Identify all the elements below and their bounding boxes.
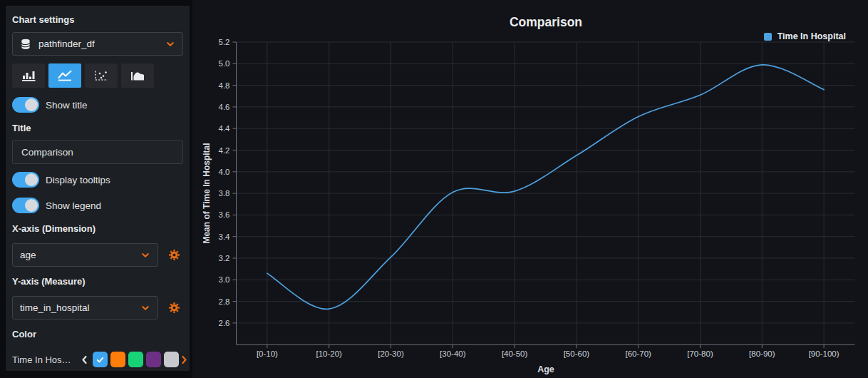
title-field-label: Title: [12, 123, 183, 133]
chart-panel: Comparison Time In Hospital Mean of Time…: [192, 0, 868, 378]
show-legend-row: Show legend: [12, 197, 183, 214]
y-tick-label: 3.6: [219, 210, 230, 219]
color-swatch[interactable]: [110, 352, 125, 367]
y-tick-label: 4.0: [219, 168, 230, 176]
legend-item[interactable]: Time In Hospital: [764, 31, 846, 41]
scatter-plot-icon: [93, 70, 110, 82]
show-title-label: Show title: [46, 100, 88, 111]
xaxis-label: X-axis (Dimension): [12, 223, 183, 234]
legend-label: Time In Hospital: [777, 31, 846, 41]
palette-scroll-left-button[interactable]: [79, 355, 90, 364]
color-swatches: [93, 352, 179, 367]
y-tick-label: 5.2: [219, 38, 230, 46]
database-icon: [20, 39, 31, 50]
x-tick-label: [70-80): [687, 349, 713, 358]
line-chart: 2.62.83.03.23.43.63.84.04.24.44.64.85.05…: [192, 0, 868, 378]
data-source-value: pathfinder_df: [38, 39, 95, 49]
display-tooltips-label: Display tooltips: [46, 175, 110, 185]
yaxis-row: time_in_hospital: [12, 296, 183, 320]
color-swatch[interactable]: [93, 352, 108, 367]
chart-settings-panel: Chart settings pathfinder_df: [6, 6, 190, 371]
y-tick-label: 3.2: [219, 254, 230, 262]
y-tick-label: 3.4: [219, 233, 231, 241]
chart-type-bar-button[interactable]: [12, 63, 45, 88]
yaxis-select[interactable]: time_in_hospital: [12, 296, 158, 320]
show-legend-toggle[interactable]: [12, 198, 39, 213]
x-tick-label: [20-30): [378, 349, 404, 358]
toggle-knob: [25, 199, 38, 212]
bar-chart-icon: [20, 70, 37, 82]
color-series-label: Time In Hos…: [12, 354, 79, 365]
chevron-left-icon: [81, 355, 88, 364]
y-tick-label: 4.6: [219, 103, 230, 111]
x-tick-label: [30-40): [440, 349, 466, 358]
app-root: Chart settings pathfinder_df: [0, 0, 868, 378]
x-tick-label: [90-100): [809, 349, 839, 358]
line-chart-icon: [56, 70, 73, 82]
series-line: [267, 65, 824, 310]
y-tick-label: 2.8: [219, 297, 230, 306]
xaxis-select[interactable]: age: [12, 243, 158, 267]
x-tick-label: [60-70): [625, 349, 651, 358]
palette-scroll-right-button[interactable]: [179, 355, 190, 364]
x-tick-label: [50-60): [564, 349, 590, 358]
chart-title: Comparison: [237, 15, 855, 30]
color-swatch[interactable]: [146, 352, 161, 367]
y-tick-label: 3.0: [219, 275, 230, 284]
y-tick-label: 4.2: [219, 146, 230, 155]
y-tick-label: 2.6: [219, 319, 230, 327]
chevron-down-icon: [140, 250, 150, 260]
toggle-knob: [25, 173, 38, 186]
title-input[interactable]: [12, 140, 183, 164]
color-section-label: Color: [12, 329, 183, 339]
display-tooltips-row: Display tooltips: [12, 171, 183, 188]
color-swatch[interactable]: [128, 352, 143, 367]
yaxis-settings-button[interactable]: [168, 302, 180, 314]
x-tick-label: [80-90): [749, 349, 775, 358]
y-tick-label: 4.4: [219, 124, 231, 133]
x-tick-label: [40-50): [502, 349, 528, 358]
gear-icon: [168, 302, 180, 314]
chart-type-scatter-button[interactable]: [85, 63, 118, 88]
y-tick-label: 5.0: [219, 59, 230, 68]
toggle-knob: [25, 98, 38, 111]
chevron-right-icon: [181, 355, 187, 364]
y-axis-title: Mean of Time In Hospital: [202, 143, 212, 243]
chart-type-selector: [12, 63, 183, 88]
y-tick-label: 3.8: [219, 189, 230, 198]
color-row: Time In Hos…: [12, 349, 183, 369]
yaxis-value: time_in_hospital: [20, 302, 90, 313]
chevron-down-icon: [140, 303, 150, 313]
x-tick-label: [0-10): [257, 349, 278, 358]
xaxis-settings-button[interactable]: [168, 249, 180, 261]
yaxis-label: Y-axis (Measure): [12, 276, 183, 287]
chart-type-line-button[interactable]: [48, 63, 81, 88]
y-tick-label: 4.8: [219, 81, 230, 90]
area-chart-icon: [129, 70, 146, 82]
gear-icon: [168, 249, 180, 261]
x-tick-label: [10-20): [316, 349, 342, 358]
chart-type-area-button[interactable]: [121, 63, 154, 88]
color-swatch[interactable]: [164, 352, 179, 367]
legend-swatch: [764, 33, 772, 41]
x-axis-title: Age: [237, 364, 855, 374]
check-icon: [95, 355, 105, 364]
show-legend-label: Show legend: [46, 200, 101, 211]
xaxis-row: age: [12, 243, 183, 267]
panel-title: Chart settings: [12, 14, 183, 25]
chevron-down-icon: [165, 39, 175, 49]
show-title-row: Show title: [12, 96, 183, 113]
xaxis-value: age: [20, 250, 36, 260]
show-title-toggle[interactable]: [12, 97, 39, 113]
data-source-select[interactable]: pathfinder_df: [12, 32, 183, 56]
display-tooltips-toggle[interactable]: [12, 172, 39, 188]
